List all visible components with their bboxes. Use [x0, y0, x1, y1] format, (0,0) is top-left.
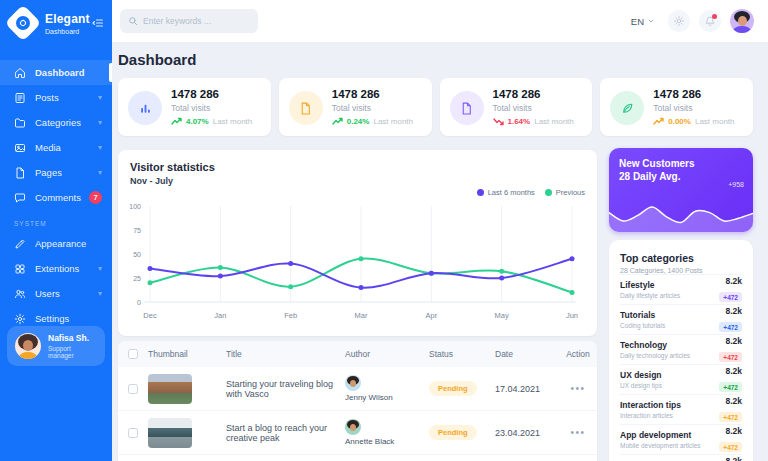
sidebar-item-appearance[interactable]: Appearance [0, 231, 112, 256]
sidebar-item-users[interactable]: Users ▾ [0, 281, 112, 306]
trend-note: Last month [534, 117, 574, 126]
leaf-icon [610, 91, 644, 125]
collapse-sidebar-icon[interactable] [92, 17, 104, 29]
table-row[interactable]: Starting your traveling blog with Vasco … [118, 367, 597, 411]
svg-text:Dec: Dec [143, 311, 157, 320]
svg-text:Mar: Mar [355, 311, 368, 320]
sidebar-item-label: Users [35, 288, 60, 299]
search-input[interactable] [143, 16, 250, 26]
stat-value: 1478 286 [171, 88, 252, 100]
category-delta-badge: +472 [719, 412, 742, 422]
category-item-app-development[interactable]: App developmentMobile development articl… [620, 424, 742, 454]
svg-text:25: 25 [133, 275, 141, 282]
posts-table-card: Thumbnail Title Author Status Date Actio… [118, 341, 597, 461]
stat-card-visits-1: 1478 286 Total visits 4.07% Last month [118, 78, 271, 136]
stat-card-visits-4: 1478 286 Total visits 0.00% Last month [600, 78, 753, 136]
svg-text:75: 75 [133, 227, 141, 234]
row-checkbox[interactable] [128, 428, 138, 438]
select-all-checkbox[interactable] [128, 349, 138, 359]
stat-value: 1478 286 [332, 88, 413, 100]
post-title: Start a blog to reach your creative peak [226, 423, 345, 443]
category-item-technology[interactable]: TechnologyDaily technology articles 8.2k… [620, 334, 742, 364]
sidebar-item-comments[interactable]: Comments 7 [0, 185, 112, 210]
stat-label: Total visits [171, 103, 252, 113]
sidebar-user-card[interactable]: Nafisa Sh. Support manager [7, 326, 105, 366]
trend-note: Last month [373, 117, 413, 126]
theme-toggle-button[interactable] [668, 10, 690, 32]
table-row[interactable] [118, 455, 597, 461]
appearance-icon [14, 238, 26, 250]
category-desc: Daily lifestyle articles [620, 292, 719, 299]
top-categories-title: Top categories [620, 252, 742, 264]
user-role: Support manager [48, 345, 97, 359]
category-count: 8.2k [719, 366, 742, 376]
svg-text:50: 50 [133, 251, 141, 258]
svg-text:Feb: Feb [284, 311, 297, 320]
sidebar-item-extentions[interactable]: Extentions ▾ [0, 256, 112, 281]
legend-label: Previous [556, 188, 585, 197]
extensions-icon [14, 263, 26, 275]
row-actions-icon[interactable]: ••• [570, 383, 585, 394]
category-item-interaction-tips[interactable]: Interaction tipsInteraction articles 8.2… [620, 394, 742, 424]
sidebar-item-label: Extentions [35, 263, 79, 274]
legend-item-last-6-months[interactable]: Last 6 months [477, 188, 535, 197]
search-icon [128, 16, 138, 26]
sidebar-item-pages[interactable]: Pages ▾ [0, 160, 112, 185]
users-icon [14, 288, 26, 300]
category-delta-badge: +472 [719, 292, 742, 302]
category-count: 8.2k [719, 276, 742, 286]
stats-row: 1478 286 Total visits 4.07% Last month 1… [118, 78, 753, 136]
language-label: EN [631, 16, 644, 27]
category-item-lifestyle[interactable]: LifestyleDaily lifestyle articles 8.2k+4… [620, 274, 742, 304]
trend-down-icon [493, 117, 504, 126]
sidebar: Elegant Dashboard Dashboard Posts ▾ Cate… [0, 0, 112, 461]
post-date: 17.04.2021 [495, 384, 559, 394]
chevron-down-icon: ▾ [98, 289, 102, 298]
visitor-line-chart: DecJanFebMarAprMayJun0255075100 [124, 198, 579, 332]
sparkline-chart [609, 194, 753, 232]
category-desc: Daily technology articles [620, 352, 719, 359]
sidebar-section-label: SYSTEM [0, 210, 112, 231]
sidebar-item-posts[interactable]: Posts ▾ [0, 85, 112, 110]
author-name: Jenny Wilson [345, 393, 393, 402]
col-thumbnail: Thumbnail [148, 349, 226, 359]
user-name: Nafisa Sh. [48, 333, 97, 343]
chart-title: Visitor statistics [130, 161, 585, 173]
new-customers-title: New Customers [609, 148, 753, 169]
sidebar-item-media[interactable]: Media ▾ [0, 135, 112, 160]
sidebar-item-dashboard[interactable]: Dashboard [0, 60, 112, 85]
stat-value: 1478 286 [493, 88, 574, 100]
sidebar-item-categories[interactable]: Categories ▾ [0, 110, 112, 135]
sidebar-item-label: Posts [35, 92, 59, 103]
user-avatar [15, 333, 41, 359]
comments-count-badge: 7 [89, 191, 102, 204]
trend-value: 1.64% [508, 117, 531, 126]
legend-item-previous[interactable]: Previous [545, 188, 585, 197]
row-checkbox[interactable] [128, 384, 138, 394]
notifications-button[interactable] [699, 10, 721, 32]
category-item-ux-design[interactable]: UX designUX design tips 8.2k+472 [620, 364, 742, 394]
stat-card-visits-3: 1478 286 Total visits 1.64% Last month [440, 78, 593, 136]
category-name: App development [620, 430, 719, 440]
app-subtitle: Dashboard [45, 28, 90, 35]
status-badge: Pending [429, 425, 477, 440]
language-selector[interactable]: EN [631, 16, 655, 27]
profile-avatar[interactable] [730, 9, 754, 33]
row-actions-icon[interactable]: ••• [570, 427, 585, 438]
sidebar-item-label: Comments [35, 192, 81, 203]
file-icon [289, 91, 323, 125]
pages-icon [14, 167, 26, 179]
legend-label: Last 6 months [488, 188, 535, 197]
category-name: UX design [620, 370, 719, 380]
stat-label: Total visits [653, 103, 734, 113]
visitor-statistics-card: Visitor statistics Nov - July Last 6 mon… [118, 150, 597, 336]
table-header-row: Thumbnail Title Author Status Date Actio… [118, 341, 597, 367]
sidebar-item-label: Media [35, 142, 61, 153]
top-categories-subtitle: 28 Categories, 1400 Posts [620, 267, 742, 274]
category-item-nature[interactable]: NatureWildlife animal articles 8.2k+472 [620, 454, 742, 461]
category-name: Lifestyle [620, 280, 719, 290]
trend-note: Last month [213, 117, 253, 126]
table-row[interactable]: Start a blog to reach your creative peak… [118, 411, 597, 455]
category-item-tutorials[interactable]: TutorialsCoding tutorials 8.2k+472 [620, 304, 742, 334]
col-title: Title [226, 349, 345, 359]
